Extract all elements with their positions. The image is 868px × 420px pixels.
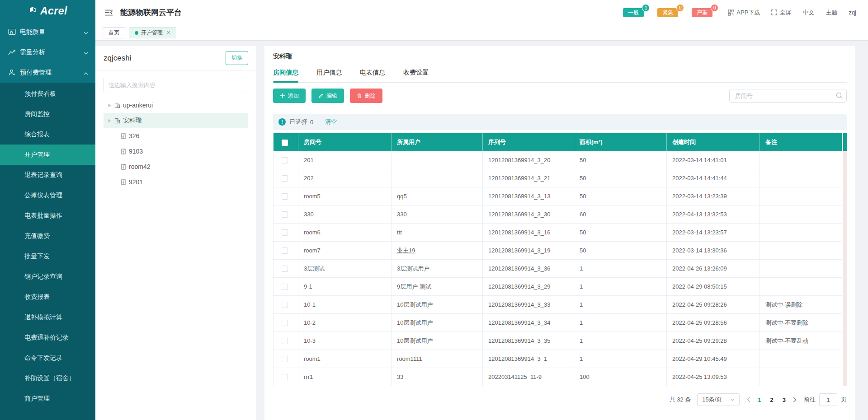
table-row[interactable]: 33033012012081369914_3_30602022-04-13 13…: [274, 205, 842, 224]
theme-switch[interactable]: 主题: [826, 9, 837, 17]
table-cell: 12012081369914_3_1: [483, 350, 574, 368]
sidebar-group-prepaid-management[interactable]: 预付费管理: [0, 62, 95, 83]
page-number[interactable]: 1: [758, 397, 761, 403]
tab[interactable]: 收费设置: [403, 64, 429, 82]
tab[interactable]: 用户信息: [316, 64, 342, 82]
table-row[interactable]: 3层测试3层测试用户12012081369914_3_3612022-04-26…: [274, 260, 842, 278]
sidebar-submenu-item[interactable]: 预付费看板: [0, 84, 95, 104]
table-cell: 1: [574, 296, 667, 314]
table-cell: [760, 368, 842, 386]
alarm-badge[interactable]: 严重 0: [692, 8, 712, 17]
caret-icon[interactable]: [108, 119, 114, 123]
row-checkbox[interactable]: [282, 193, 288, 200]
table-row[interactable]: 20212012081369914_3_21502022-03-14 14:41…: [274, 169, 842, 187]
user-menu[interactable]: zqj: [849, 9, 856, 16]
sidebar-submenu-item[interactable]: 命令下发记录: [0, 348, 95, 368]
sidebar-submenu-item[interactable]: 房间监控: [0, 104, 95, 124]
tree-node[interactable]: 326: [104, 128, 248, 144]
tab[interactable]: 房间信息: [273, 64, 298, 82]
page-number[interactable]: 3: [783, 397, 786, 403]
fullscreen-link[interactable]: 全屏: [771, 9, 791, 17]
collapse-menu-icon[interactable]: [103, 7, 114, 19]
add-button[interactable]: 添加: [273, 89, 306, 103]
row-checkbox[interactable]: [282, 320, 288, 326]
app-download-link[interactable]: APP下载: [728, 9, 760, 17]
sidebar-submenu-item[interactable]: 充值缴费: [0, 226, 95, 246]
row-checkbox[interactable]: [282, 302, 288, 308]
table-cell: 3层测试用户: [392, 260, 483, 278]
search-icon[interactable]: [836, 92, 843, 101]
tree-node[interactable]: 安科瑞: [104, 113, 248, 128]
breadcrumb-tab-home[interactable]: 首页: [103, 27, 125, 38]
table-row[interactable]: 20112012081369914_3_20502022-03-14 14:41…: [274, 151, 842, 169]
page-number[interactable]: 2: [770, 397, 774, 403]
row-checkbox[interactable]: [282, 157, 288, 163]
sidebar-group-power-quality[interactable]: 电能质量: [0, 22, 95, 42]
table-row[interactable]: rrr133202203141125_11-91002022-04-25 13:…: [274, 368, 842, 386]
page-size-select[interactable]: 15条/页: [697, 393, 740, 406]
close-icon[interactable]: ✕: [166, 30, 170, 36]
tree-node[interactable]: room42: [104, 159, 248, 174]
switch-button[interactable]: 切换: [226, 51, 248, 65]
row-checkbox[interactable]: [282, 247, 288, 254]
row-checkbox[interactable]: [282, 211, 288, 218]
alarm-badge[interactable]: 一般 1: [623, 8, 644, 17]
sidebar-submenu-item[interactable]: 公摊仪表管理: [0, 185, 95, 205]
table-row[interactable]: 9-19层用户-测试12012081369914_3_2912022-04-29…: [274, 278, 842, 296]
sidebar-submenu-item[interactable]: 收费报表: [0, 287, 95, 307]
project-title: zqjceshi: [104, 54, 131, 63]
tree-node[interactable]: 9103: [104, 144, 248, 159]
sidebar-submenu-item[interactable]: 销户记录查询: [0, 266, 95, 287]
goto-page-input[interactable]: [819, 393, 837, 406]
sidebar-submenu-item[interactable]: 退表记录查询: [0, 165, 95, 185]
column-header: 所属用户: [392, 133, 483, 151]
table-cell: 201: [298, 151, 392, 169]
table-row[interactable]: room7业主1912012081369914_3_19502022-03-14…: [274, 242, 842, 260]
tree-node[interactable]: 9201: [104, 174, 248, 190]
tab[interactable]: 电表信息: [360, 64, 385, 82]
acrel-logo-icon: [28, 5, 37, 16]
table-row[interactable]: 10-210层测试用户12012081369914_3_3412022-04-2…: [274, 314, 842, 332]
edit-button[interactable]: 编辑: [311, 89, 344, 103]
tree-node[interactable]: up-ankerui: [104, 98, 248, 113]
sidebar-submenu-item[interactable]: 综合报表: [0, 124, 95, 145]
table-row[interactable]: room5qq512012081369914_3_13502022-03-14 …: [274, 187, 842, 205]
row-checkbox[interactable]: [282, 338, 288, 344]
table-scrollbar[interactable]: [843, 133, 847, 386]
tree-search-input[interactable]: [104, 78, 248, 92]
clear-selection-link[interactable]: 清空: [325, 118, 337, 126]
pencil-icon: [318, 93, 324, 98]
row-checkbox[interactable]: [282, 175, 288, 182]
sidebar-submenu-item[interactable]: 批量下发: [0, 246, 95, 266]
select-all-checkbox[interactable]: [282, 140, 288, 146]
row-checkbox[interactable]: [282, 374, 288, 380]
sidebar-submenu-item[interactable]: 退补模拟计算: [0, 307, 95, 327]
prev-page-button[interactable]: [746, 397, 751, 402]
sidebar-group-demand-analysis[interactable]: 需量分析: [0, 42, 95, 62]
row-checkbox[interactable]: [282, 229, 288, 236]
table-row[interactable]: room1room111112012081369914_3_112022-04-…: [274, 350, 842, 368]
table-row[interactable]: room6ttt12012081369914_3_16502022-03-14 …: [274, 224, 842, 242]
language-switch[interactable]: 中文: [802, 9, 814, 17]
breadcrumb-tab-active[interactable]: 开户管理 ✕: [129, 27, 176, 38]
sidebar-submenu-item[interactable]: 电费退补价记录: [0, 327, 95, 348]
sidebar-submenu-item[interactable]: 电表批量操作: [0, 205, 95, 226]
sidebar-group-label: 预付费管理: [20, 69, 84, 77]
sidebar-submenu-item[interactable]: 开户管理: [0, 145, 95, 165]
scrollbar-track[interactable]: [843, 151, 847, 386]
sidebar-submenu-item[interactable]: 商户管理: [0, 388, 95, 409]
table-row[interactable]: 10-110层测试用户12012081369914_3_3312022-04-2…: [274, 296, 842, 314]
next-page-button[interactable]: [792, 397, 797, 402]
delete-button[interactable]: 删除: [350, 89, 382, 103]
caret-icon[interactable]: [108, 103, 114, 107]
table-row[interactable]: 10-310层测试用户12012081369914_3_3512022-04-2…: [274, 332, 842, 350]
room-search-input[interactable]: [729, 89, 847, 103]
row-checkbox[interactable]: [282, 266, 288, 272]
alarm-badge[interactable]: 紧急 0: [657, 8, 678, 17]
row-checkbox[interactable]: [282, 284, 288, 290]
sidebar-submenu-item[interactable]: 补助设置（宿舍）: [0, 368, 95, 388]
topbar-links: APP下载 全屏 中文 主题 zqj: [728, 9, 856, 17]
row-checkbox[interactable]: [282, 356, 288, 362]
tree-body: up-ankerui 安科瑞 326 9103 room42 9201: [95, 70, 256, 190]
room-icon: [121, 133, 126, 139]
